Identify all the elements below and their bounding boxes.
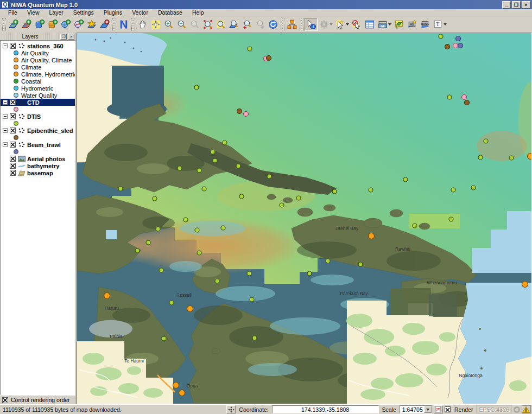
ctd-station-point[interactable]: [244, 112, 249, 117]
stations-station-point[interactable]: [104, 293, 110, 299]
layer-visibility-checkbox[interactable]: [10, 163, 16, 169]
zoom-last-button[interactable]: [240, 18, 254, 31]
layer-visibility-checkbox[interactable]: [10, 99, 16, 105]
dtis-station-point[interactable]: [135, 249, 140, 253]
dtis-station-point[interactable]: [449, 217, 453, 221]
zoom-native-button[interactable]: [188, 18, 201, 31]
beam-station-point[interactable]: [458, 43, 463, 48]
epsg-button[interactable]: EPSG:4326: [476, 405, 511, 413]
epibenthic-station-point[interactable]: [445, 44, 450, 49]
toolbar-grip[interactable]: [131, 18, 135, 31]
dtis-station-point[interactable]: [326, 259, 330, 263]
dtis-station-point[interactable]: [471, 186, 476, 190]
dtis-station-point[interactable]: [478, 155, 483, 160]
layer-row-aerial-photos[interactable]: Aerial photos: [1, 155, 75, 162]
add-database-layer-button[interactable]: [33, 18, 46, 31]
add-oracle-layer-button[interactable]: [46, 18, 59, 31]
tree-expander-icon[interactable]: [3, 43, 8, 48]
dtis-station-point[interactable]: [248, 47, 252, 51]
dtis-station-point[interactable]: [369, 188, 373, 192]
scale-dropdown-icon[interactable]: [424, 406, 432, 413]
dtis-station-point[interactable]: [162, 336, 166, 341]
menu-database[interactable]: Database: [153, 9, 187, 16]
dtis-station-point[interactable]: [307, 271, 312, 276]
dtis-station-point[interactable]: [156, 227, 160, 231]
log-messages-button[interactable]: [522, 405, 531, 413]
layer-visibility-checkbox[interactable]: [10, 170, 16, 176]
layer-visibility-checkbox[interactable]: [10, 156, 16, 162]
add-to-overview-button[interactable]: [286, 18, 299, 31]
panel-close-icon[interactable]: ×: [68, 34, 74, 40]
layer-visibility-checkbox[interactable]: [10, 43, 16, 49]
zoom-full-extent-button[interactable]: [201, 18, 214, 31]
dtis-station-point[interactable]: [280, 203, 284, 207]
panel-float-icon[interactable]: ❐: [60, 34, 67, 40]
menu-view[interactable]: View: [22, 9, 45, 16]
render-order-checkbox[interactable]: [2, 397, 8, 403]
refresh-map-button[interactable]: [267, 18, 280, 31]
stations-station-point[interactable]: [187, 306, 193, 312]
scale-combobox[interactable]: 1:64705: [400, 405, 432, 413]
dtis-station-point[interactable]: [267, 174, 271, 179]
map-canvas[interactable]: Otehei BayRawhitiWhangamumuParekura BayR…: [77, 33, 532, 404]
legend-row[interactable]: Water Quality: [1, 92, 75, 99]
dtis-station-point[interactable]: [215, 279, 219, 283]
add-wfs-layer-button[interactable]: [72, 18, 85, 31]
dtis-station-point[interactable]: [211, 150, 215, 154]
show-bookmarks-button[interactable]: HOME: [419, 18, 432, 31]
legend-row[interactable]: [1, 134, 75, 141]
select-features-button[interactable]: [334, 18, 350, 31]
stations-station-point[interactable]: [179, 390, 185, 396]
minimize-button[interactable]: _: [502, 1, 511, 9]
new-bookmark-button[interactable]: HO: [406, 18, 419, 31]
deselect-features-button[interactable]: [350, 18, 363, 31]
dtis-station-point[interactable]: [221, 226, 225, 230]
stations-station-point[interactable]: [528, 154, 532, 160]
dtis-station-point[interactable]: [178, 166, 182, 170]
dtis-station-point[interactable]: [509, 156, 514, 160]
dtis-station-point[interactable]: [403, 177, 408, 182]
close-button[interactable]: ×: [522, 1, 530, 9]
ctd-station-point[interactable]: [453, 43, 458, 48]
layer-row-basemap[interactable]: basemap: [1, 169, 75, 176]
dtis-station-point[interactable]: [484, 139, 488, 143]
tree-expander-icon[interactable]: [3, 100, 8, 105]
remove-layer-button[interactable]: [98, 18, 111, 31]
menu-help[interactable]: Help: [187, 9, 209, 16]
layer-row-dtis[interactable]: DTIS: [1, 113, 75, 120]
menu-settings[interactable]: Settings: [68, 9, 99, 16]
layer-row-ctd[interactable]: CTD: [1, 99, 75, 106]
layers-panel-titlebar[interactable]: Layers ❐ ×: [0, 33, 75, 40]
add-wms-layer-button[interactable]: [59, 18, 72, 31]
menu-file[interactable]: File: [3, 9, 22, 16]
dtis-station-point[interactable]: [195, 228, 199, 232]
tree-expander-icon[interactable]: [3, 114, 8, 119]
stations-station-point[interactable]: [522, 282, 528, 288]
dtis-station-point[interactable]: [447, 95, 452, 99]
legend-row[interactable]: Air Quality, Climate: [1, 56, 75, 63]
zoom-next-button[interactable]: [254, 18, 267, 31]
menu-layer[interactable]: Layer: [45, 9, 68, 16]
tree-expander-icon[interactable]: [3, 142, 8, 147]
run-feature-action-button[interactable]: [318, 18, 334, 31]
dtis-station-point[interactable]: [236, 164, 240, 168]
dtis-station-point[interactable]: [413, 224, 417, 228]
dtis-station-point[interactable]: [169, 301, 174, 305]
menu-vector[interactable]: Vector: [127, 9, 153, 16]
dtis-station-point[interactable]: [213, 158, 217, 163]
add-raster-layer-button[interactable]: [20, 18, 33, 31]
epibenthic-station-point[interactable]: [237, 109, 242, 114]
stations-station-point[interactable]: [173, 383, 179, 388]
pan-map-button[interactable]: [136, 18, 149, 31]
zoom-to-layer-button[interactable]: [227, 18, 240, 31]
zoom-to-selection-button[interactable]: [214, 18, 227, 31]
legend-row[interactable]: Hydrometric: [1, 85, 75, 92]
text-annotation-button[interactable]: T: [432, 18, 448, 31]
dtis-station-point[interactable]: [451, 188, 455, 192]
dtis-station-point[interactable]: [183, 218, 188, 222]
dtis-station-point[interactable]: [332, 189, 337, 194]
layer-visibility-checkbox[interactable]: [10, 113, 16, 119]
dtis-station-point[interactable]: [146, 240, 150, 245]
measure-button[interactable]: [376, 18, 392, 31]
epibenthic-station-point[interactable]: [465, 100, 470, 105]
